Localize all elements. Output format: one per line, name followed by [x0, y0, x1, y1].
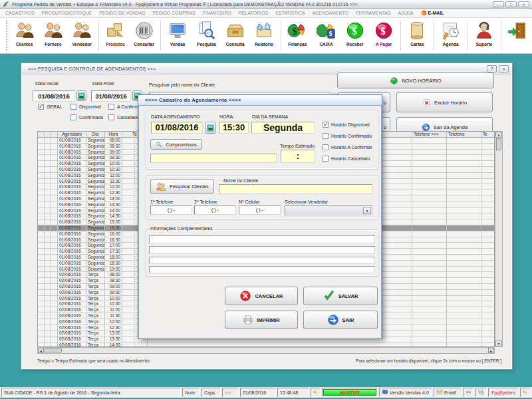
data-inicial-field[interactable]: 01/08/2016 [33, 90, 75, 102]
checkbox-icon[interactable] [323, 133, 329, 139]
help-icon[interactable]: ? [487, 65, 497, 72]
checkbox-icon[interactable] [70, 104, 76, 110]
scroll-down-icon[interactable]: ▼ [495, 340, 502, 346]
column-header[interactable]: Hora [105, 132, 122, 137]
scroll-left-icon[interactable]: ◄ [38, 348, 44, 353]
column-header[interactable]: Agendado [58, 132, 86, 137]
dia-semana-field[interactable]: Segunda [251, 122, 315, 134]
checkbox-cancelado[interactable]: Cancelado [108, 114, 139, 120]
data-final-field[interactable]: 31/08/2016 [91, 90, 131, 102]
hora-field[interactable]: 15:30 [219, 122, 249, 134]
column-header[interactable]: Te [481, 132, 495, 137]
checkbox-icon[interactable] [108, 104, 114, 110]
svg-text:$: $ [293, 26, 297, 37]
checkbox-a-confirmar[interactable]: A Confirmar [108, 104, 142, 110]
checkbox-geral[interactable]: GERAL [38, 104, 63, 110]
compromissos-button[interactable]: Compromissos [150, 139, 202, 150]
menu-item[interactable]: CADASTROS [5, 11, 35, 15]
checkbox-icon[interactable] [323, 156, 329, 162]
toolbar-vendas[interactable]: Vendas [163, 18, 192, 53]
column-header[interactable]: Dia [86, 132, 105, 137]
compromisso-field[interactable] [150, 154, 277, 163]
restore-icon[interactable]: □ [505, 1, 517, 7]
checkbox-disponivel[interactable]: Disponível [70, 104, 101, 110]
checkbox-horario-cancelado[interactable]: Horário Cancelado [323, 156, 370, 162]
scroll-up-icon[interactable]: ▲ [495, 132, 502, 138]
toolbar-cartas[interactable]: Cartas [403, 18, 432, 53]
menu-item-email[interactable]: @E-MAIL [421, 10, 444, 17]
novo-horario-button[interactable]: NOVO HORÁRIO [337, 72, 494, 88]
imprimir-button[interactable]: IMPRIMIR [225, 311, 298, 329]
telefone2-field[interactable]: ( ) - [194, 205, 236, 215]
scroll-right-icon[interactable]: ► [488, 348, 494, 353]
toolbar-caixa[interactable]: $CAIXA [312, 18, 340, 53]
chevron-down-icon[interactable]: ▼ [363, 207, 371, 214]
toolbar-exit[interactable] [503, 18, 532, 53]
menu-item[interactable]: AJUDA [398, 11, 414, 15]
scrollbar-thumb[interactable] [496, 138, 501, 150]
horizontal-scrollbar[interactable]: ◄ ► [37, 347, 495, 354]
excluir-horario-button[interactable]: Excluir Horário [396, 92, 493, 112]
checkbox-icon[interactable] [38, 104, 44, 110]
toolbar-produtos[interactable]: Produtos [101, 18, 130, 53]
checkbox-icon[interactable] [323, 122, 329, 128]
status-email[interactable]: Email [434, 388, 462, 397]
close-window-icon[interactable]: × [499, 65, 509, 72]
checkbox-confirmado[interactable]: Confirmado [70, 114, 103, 120]
vendedor-dropdown[interactable]: ▼ [285, 205, 372, 215]
tempo-estimado-field[interactable]: : [281, 150, 315, 163]
celular-field[interactable]: ( ) - [239, 205, 281, 215]
menu-item[interactable]: RELATÓRIOS [239, 11, 269, 15]
toolbar-agenda[interactable]: Agenda [436, 18, 465, 53]
column-header[interactable]: Telefone >>> [412, 132, 447, 137]
info-line[interactable] [149, 257, 375, 264]
info-line[interactable] [149, 235, 375, 243]
nome-cliente-field[interactable] [219, 184, 372, 194]
toolbar-suporte[interactable]: Suporte [469, 18, 498, 53]
menu-item[interactable]: PEDIDO DE VENDAS [99, 11, 145, 15]
network-icon[interactable] [475, 388, 487, 397]
column-header[interactable] [38, 132, 45, 137]
data-agendamento-field[interactable]: 01/08/2016 [151, 122, 203, 134]
toolbar-clientes[interactable]: Clientes [10, 18, 39, 53]
calendar-icon[interactable] [205, 122, 216, 134]
checkbox-icon[interactable] [70, 114, 76, 120]
info-line[interactable] [149, 266, 375, 273]
close-icon[interactable]: × [518, 1, 529, 7]
toolbar-consulta[interactable]: Consulta [221, 18, 249, 53]
toolbar-a-pagar[interactable]: $A Pagar [369, 18, 398, 53]
toolbar-relat-rio[interactable]: Relatório [249, 18, 278, 53]
checkbox-horario-disponivel[interactable]: Horário Disponível [323, 122, 370, 128]
printer-icon[interactable] [463, 388, 474, 397]
column-header[interactable]: Telefone [447, 132, 481, 137]
schedule-row[interactable]: 02/08/2016Terça14:00: [38, 342, 494, 347]
minimize-icon[interactable]: — [493, 1, 504, 7]
cancelar-button[interactable]: CANCELAR [225, 287, 298, 305]
checkbox-icon[interactable] [323, 144, 329, 150]
column-header[interactable] [45, 132, 51, 137]
menu-item[interactable]: FINANCEIRO [203, 11, 231, 15]
calendar-icon[interactable] [76, 90, 86, 101]
menu-item[interactable]: PEDIDO COMPRAS [152, 11, 195, 15]
telefone1-field[interactable]: ( ) - [150, 205, 192, 215]
checkbox-horario-confirmado[interactable]: Horário Confirmado [323, 133, 372, 139]
toolbar-consultar[interactable]: Consultar [130, 18, 158, 53]
toolbar-finan-as[interactable]: $Finanças [283, 18, 312, 53]
checkbox-icon[interactable] [108, 114, 114, 120]
menu-item[interactable]: PRODUTOS/ESTOQUE [42, 11, 92, 15]
column-header[interactable] [51, 132, 58, 137]
toolbar-fornece[interactable]: Fornece [39, 18, 67, 53]
menu-item[interactable]: AGENDAMENTO [312, 11, 348, 15]
salvar-button[interactable]: SALVAR [303, 287, 378, 305]
checkbox-horario-a-confirmar[interactable]: Horário A Confirmar [323, 144, 372, 150]
info-line[interactable] [149, 246, 375, 254]
pesquisar-clientes-button[interactable]: Pesquisar Clientes [150, 179, 214, 194]
toolbar-pesquisa[interactable]: Pesquisa [192, 18, 221, 53]
vertical-scrollbar[interactable]: ▲ ▼ [495, 131, 503, 347]
menu-item[interactable]: FERRAMENTAS [356, 11, 390, 15]
sair-button[interactable]: SAIR [303, 311, 378, 329]
menu-item[interactable]: ESTATISTICA [275, 11, 305, 15]
toolbar-receber[interactable]: $Receber [340, 18, 369, 53]
scrollbar-thumb[interactable] [45, 348, 62, 352]
toolbar-vendedor[interactable]: Vendedor [68, 18, 96, 53]
